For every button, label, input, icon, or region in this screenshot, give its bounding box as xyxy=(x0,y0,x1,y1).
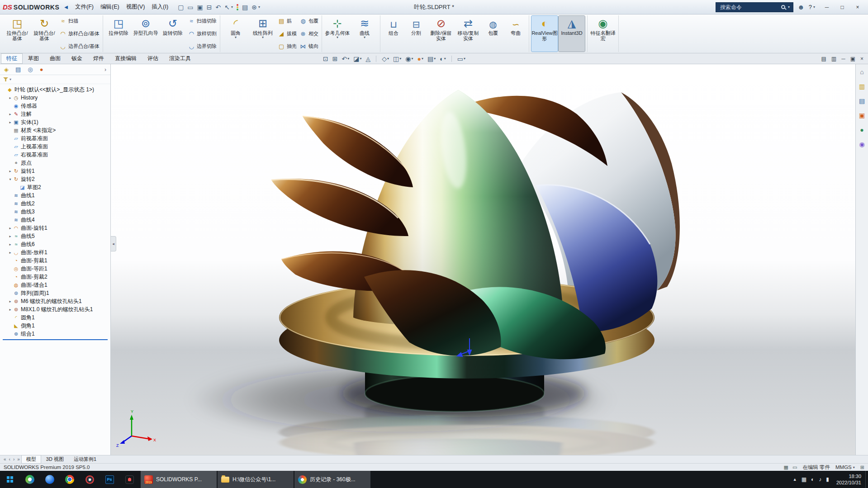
view-settings-icon[interactable]: ◐▾ xyxy=(440,55,446,62)
tree-item[interactable]: ≋曲线1 xyxy=(0,191,110,199)
ribbon-button[interactable]: ◡边界凸台/基体 xyxy=(59,43,100,50)
tray-expand-icon[interactable]: ▲ xyxy=(793,477,797,482)
pane-toggle-icon[interactable]: ▤ xyxy=(821,56,826,62)
units-selector[interactable]: MMGS ▾ xyxy=(835,464,855,470)
tree-item[interactable]: ▸⊚M8X1.0 螺纹孔的螺纹孔钻头1 xyxy=(0,305,110,313)
ribbon-button[interactable]: ◡边界切除 xyxy=(188,43,217,50)
ribbon-button[interactable]: ◉特征名翻译宏 xyxy=(590,16,616,52)
new-doc-icon[interactable]: ▢ xyxy=(178,4,184,11)
ribbon-button[interactable]: ↻旋转凸台/基体 xyxy=(31,16,57,52)
feature-tab[interactable]: 曲面 xyxy=(44,53,66,64)
tray-network-icon[interactable]: ▦ xyxy=(802,476,806,483)
tree-item[interactable]: ◣倒角1 xyxy=(0,322,110,330)
previous-view-icon[interactable]: ↶▾ xyxy=(342,55,349,62)
expand-arrow-icon[interactable]: ▸ xyxy=(8,308,13,312)
taskbar-clock[interactable]: 18:30 2022/10/31 xyxy=(832,471,865,488)
tree-item[interactable]: ◉传感器 xyxy=(0,102,110,110)
tree-item[interactable]: ⌖原点 xyxy=(0,159,110,167)
tree-item[interactable]: ◔曲面-剪裁2 xyxy=(0,273,110,281)
tree-item[interactable]: ▸◡曲面-放样1 xyxy=(0,248,110,256)
tab-propertymanager[interactable]: ▤ xyxy=(15,66,21,73)
file-properties-icon[interactable]: ▤ xyxy=(242,4,248,11)
orientation-triad[interactable]: Y X Z xyxy=(116,409,156,448)
ribbon-button[interactable]: ⊔组合 xyxy=(383,16,404,52)
ribbon-button[interactable]: ≈扫描 xyxy=(59,18,100,24)
ribbon-button[interactable]: ⊘删除/保留实体 xyxy=(428,16,454,52)
tree-item[interactable]: ▱右视基准面 xyxy=(0,151,110,159)
user-account-icon[interactable]: ☻ xyxy=(797,3,805,11)
tree-item[interactable]: ◪草图2 xyxy=(0,183,110,191)
pane-toggle2-icon[interactable]: ▥ xyxy=(831,56,836,62)
photoshop-icon[interactable]: Ps xyxy=(100,471,119,488)
expand-arrow-icon[interactable]: ▸ xyxy=(8,169,13,173)
doc-restore-icon[interactable]: ▣ xyxy=(850,56,855,62)
hide-show-items-icon[interactable]: ◉▾ xyxy=(405,55,413,62)
feature-tab[interactable]: 评估 xyxy=(142,53,164,64)
rebuild-icon[interactable] xyxy=(237,4,238,10)
dropdown-caret-icon[interactable]: ▾ xyxy=(231,5,233,9)
tree-item[interactable]: ≋曲线2 xyxy=(0,199,110,208)
tab-configurationmanager[interactable]: ◎ xyxy=(28,66,33,73)
search-360-icon[interactable] xyxy=(20,471,40,488)
ribbon-button[interactable]: ⊗相交 xyxy=(299,30,318,37)
ribbon-button[interactable]: ◳拉伸凸台/基体 xyxy=(4,16,30,52)
tree-item[interactable]: ▸≈曲线5 xyxy=(0,232,110,240)
view-tab[interactable]: 3D 视图 xyxy=(41,455,69,464)
menu-item[interactable]: 文件(F) xyxy=(72,2,97,12)
close-button[interactable]: × xyxy=(850,1,865,13)
tree-item[interactable]: ◔曲面-剪裁1 xyxy=(0,256,110,265)
ribbon-button[interactable]: ⊹参考几何体▾ xyxy=(324,16,351,52)
view-palette-icon[interactable]: ▣ xyxy=(859,112,865,119)
display-style-icon[interactable]: ◫▾ xyxy=(393,55,401,62)
panel-collapse-handle[interactable]: ◂ xyxy=(111,236,116,251)
taskbar-window-browser360[interactable]: 历史记录 - 360极... xyxy=(294,471,370,488)
feature-tab[interactable]: 特征 xyxy=(1,53,23,64)
annotation-views-icon[interactable]: ◬ xyxy=(365,55,370,62)
tree-item[interactable]: ▸◷History xyxy=(0,94,110,102)
ribbon-button[interactable]: ◍包覆 xyxy=(482,16,504,52)
help-menu[interactable]: ? ▾ xyxy=(809,4,815,10)
ribbon-button[interactable]: ⊟分割 xyxy=(405,16,427,52)
options-display-icon[interactable]: ▭▾ xyxy=(457,55,465,62)
start-button[interactable] xyxy=(0,471,20,488)
feature-tab[interactable]: 直接编辑 xyxy=(109,53,142,64)
apply-scene-icon[interactable]: ▤▾ xyxy=(427,55,436,62)
expand-arrow-icon[interactable]: ▸ xyxy=(8,120,13,124)
view-orientation-icon[interactable]: ◇▾ xyxy=(382,55,389,62)
ribbon-button[interactable]: ⊞线性阵列▾ xyxy=(250,16,276,52)
zoom-area-icon[interactable]: ⊞ xyxy=(332,55,338,62)
security-icon[interactable] xyxy=(80,471,100,488)
ribbon-button[interactable]: ⇄移动/复制实体 xyxy=(455,16,481,52)
expand-arrow-icon[interactable]: ▸ xyxy=(8,226,13,230)
filter-caret-icon[interactable]: ▾ xyxy=(9,77,11,81)
design-library-icon[interactable]: ▥ xyxy=(859,83,865,90)
tree-item[interactable]: ▸▣实体(1) xyxy=(0,118,110,126)
expand-arrow-icon[interactable]: ▸ xyxy=(8,96,13,100)
expand-arrow-icon[interactable]: ▸ xyxy=(8,234,13,238)
menu-pin-icon[interactable]: ◀ xyxy=(64,5,68,9)
ribbon-button[interactable]: ▢抽壳 xyxy=(278,43,297,50)
search-input[interactable] xyxy=(719,4,778,11)
tree-item[interactable]: ◆叶轮 (默认<<默认>_显示状态 1>) xyxy=(0,85,110,94)
taskbar-window-folder[interactable]: H:\微信公众号\1... xyxy=(218,471,294,488)
panel-flyout-chevron-icon[interactable]: › xyxy=(104,66,106,73)
ribbon-button[interactable]: ≋曲线▾ xyxy=(351,16,378,52)
ribbon-button[interactable]: ◜圆角▾ xyxy=(223,16,249,52)
tree-item[interactable]: ⊕组合1 xyxy=(0,330,110,338)
rollback-bar[interactable] xyxy=(3,339,108,340)
expand-arrow-icon[interactable]: ▸ xyxy=(8,112,13,116)
chrome-icon[interactable] xyxy=(60,471,80,488)
tree-item[interactable]: ▱前视基准面 xyxy=(0,134,110,142)
graphics-viewport[interactable]: Y X Z ◂ xyxy=(111,64,855,455)
filter-funnel-icon[interactable] xyxy=(3,77,8,81)
tree-item[interactable]: ▦材质 <未指定> xyxy=(0,126,110,134)
ribbon-button[interactable]: ▤筋 xyxy=(278,18,297,24)
expand-arrow-icon[interactable]: ▸ xyxy=(8,299,13,303)
undo-icon[interactable]: ↶ xyxy=(216,4,221,11)
appearances-icon[interactable]: ● xyxy=(860,126,863,133)
view-tab[interactable]: 模型 xyxy=(21,455,41,464)
search-icon[interactable] xyxy=(781,5,785,9)
tray-display-icon[interactable]: ◐ xyxy=(811,476,814,483)
doc-minimize-icon[interactable]: ─ xyxy=(841,56,845,62)
tree-item[interactable]: ▸⊚M6 螺纹孔的螺纹孔钻头1 xyxy=(0,297,110,305)
